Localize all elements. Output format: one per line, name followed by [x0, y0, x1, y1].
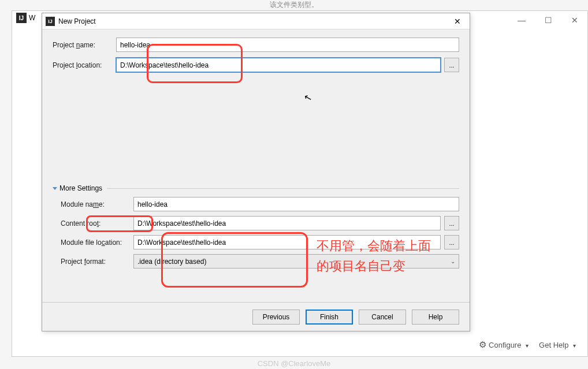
cancel-button[interactable]: Cancel: [359, 310, 406, 325]
chevron-down-icon: ⌄: [451, 258, 455, 264]
minimize-button[interactable]: —: [508, 12, 535, 29]
module-name-input[interactable]: [133, 197, 459, 211]
dialog-title: New Project: [58, 17, 96, 25]
welcome-bottom-bar: ⚙ Configure ▾ Get Help ▾: [12, 333, 587, 356]
project-format-select[interactable]: .idea (directory based) ⌄: [133, 254, 459, 269]
project-location-input[interactable]: [116, 58, 441, 72]
chevron-down-icon: ▾: [526, 342, 529, 349]
top-partial-text: 该文件类别型。: [270, 0, 318, 10]
browse-content-root-button[interactable]: ...: [444, 216, 459, 230]
project-name-input[interactable]: [116, 38, 459, 52]
outer-window-title: W: [29, 14, 35, 22]
intellij-icon: IJ: [46, 17, 55, 26]
dialog-button-bar: Previous Finish Cancel Help: [42, 302, 470, 331]
more-settings-label[interactable]: More Settings: [59, 184, 102, 192]
get-help-menu[interactable]: Get Help ▾: [539, 341, 576, 349]
project-name-label: Project name:: [53, 41, 116, 49]
maximize-button[interactable]: ☐: [535, 12, 561, 29]
watermark: CSDN @ClearloveMe: [258, 359, 331, 368]
dialog-titlebar[interactable]: IJ New Project ✕: [42, 13, 470, 29]
close-button[interactable]: ✕: [561, 12, 588, 29]
project-format-label: Project format:: [53, 258, 133, 266]
expand-triangle-icon[interactable]: [53, 187, 57, 190]
chevron-down-icon: ▾: [573, 342, 576, 349]
previous-button[interactable]: Previous: [252, 310, 300, 325]
module-file-location-input[interactable]: [133, 235, 441, 249]
configure-menu[interactable]: ⚙ Configure ▾: [479, 340, 529, 350]
finish-button[interactable]: Finish: [306, 310, 353, 325]
new-project-dialog: IJ New Project ✕ Project name: Project l…: [42, 13, 470, 331]
module-file-location-label: Module file location:: [53, 238, 133, 247]
divider: [107, 188, 459, 189]
dialog-close-button[interactable]: ✕: [445, 13, 470, 29]
content-root-input[interactable]: [133, 216, 441, 230]
module-name-label: Module name:: [53, 200, 133, 208]
browse-module-file-button[interactable]: ...: [444, 235, 459, 249]
gear-icon: ⚙: [479, 340, 486, 349]
content-root-label: Content root:: [53, 219, 133, 228]
project-location-label: Project location:: [53, 61, 116, 69]
intellij-icon: IJ: [16, 13, 27, 23]
help-button[interactable]: Help: [412, 310, 459, 325]
browse-location-button[interactable]: ...: [444, 58, 459, 72]
